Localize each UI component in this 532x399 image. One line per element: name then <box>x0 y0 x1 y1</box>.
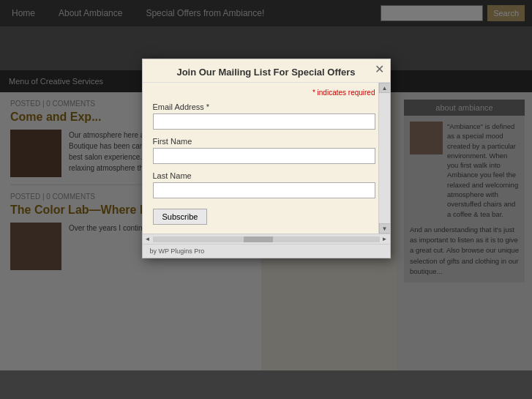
scroll-track <box>379 93 390 223</box>
first-name-input[interactable] <box>153 148 375 164</box>
footer-text: by WP Plugins Pro <box>150 247 205 255</box>
modal-footer: by WP Plugins Pro <box>143 244 390 258</box>
modal: Join Our Mailing List For Special Offers… <box>142 59 391 258</box>
email-label: Email Address * <box>153 102 375 111</box>
first-name-group: First Name <box>153 137 375 164</box>
scroll-left-arrow[interactable]: ◄ <box>143 236 153 242</box>
h-thumb <box>244 236 273 242</box>
scroll-right-arrow[interactable]: ► <box>380 236 390 242</box>
last-name-label: Last Name <box>153 171 375 180</box>
h-track <box>153 236 380 242</box>
scroll-arrows: ▲ ▼ <box>378 83 390 234</box>
modal-scroll-area: * indicates required Email Address * Fir… <box>143 83 390 234</box>
email-group: Email Address * <box>153 102 375 130</box>
first-name-label: First Name <box>153 137 375 146</box>
subscribe-button[interactable]: Subscribe <box>153 209 208 225</box>
required-note: * indicates required <box>153 89 375 97</box>
last-name-input[interactable] <box>153 182 375 198</box>
modal-close-button[interactable]: ✕ <box>375 64 384 75</box>
modal-scrollbar-h: ◄ ► <box>143 234 390 244</box>
email-input[interactable] <box>153 113 375 130</box>
modal-overlay: Join Our Mailing List For Special Offers… <box>0 0 532 399</box>
last-name-group: Last Name <box>153 171 375 198</box>
scroll-down-arrow[interactable]: ▼ <box>379 223 391 234</box>
scroll-up-arrow[interactable]: ▲ <box>379 83 391 93</box>
modal-title: Join Our Mailing List For Special Offers <box>143 59 390 83</box>
